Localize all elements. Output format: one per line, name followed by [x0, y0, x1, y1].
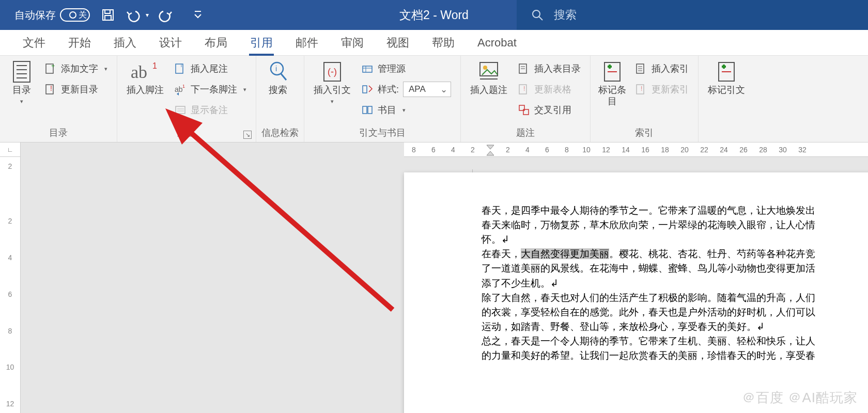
- insert-tof-button[interactable]: 插入表目录: [514, 59, 585, 78]
- paragraph[interactable]: 春天来临时，万物复苏，草木欣欣向荣，一片翠绿的花海映入眼帘，让人心情: [482, 218, 868, 232]
- tab-insert[interactable]: 插入: [102, 30, 148, 56]
- search-bar[interactable]: 搜索: [517, 0, 868, 30]
- paragraph[interactable]: 在春天，大自然变得更加美丽。樱花、桃花、杏花、牡丹、芍药等各种花卉竞: [482, 247, 868, 261]
- group-index-label: 索引: [596, 124, 693, 142]
- insert-footnote-label: 插入脚注: [127, 85, 164, 96]
- tab-layout[interactable]: 布局: [193, 30, 239, 56]
- paragraph[interactable]: 了一道道美丽的风景线。在花海中，蝴蝶、蜜蜂、鸟儿等小动物也变得更加活: [482, 261, 868, 276]
- paragraph[interactable]: 除了大自然，春天也对人们的生活产生了积极的影响。随着气温的升高，人们: [482, 291, 868, 305]
- insert-citation-label: 插入引文: [314, 85, 351, 96]
- update-toc-button[interactable]: ! 更新目录: [40, 80, 112, 99]
- tab-acrobat[interactable]: Acrobat: [466, 30, 528, 56]
- tab-design[interactable]: 设计: [148, 30, 193, 56]
- group-toc-label: 目录: [5, 124, 112, 142]
- svg-text:ab: ab: [131, 62, 147, 82]
- svg-text:!: !: [641, 85, 642, 92]
- document-page[interactable]: 春天，是四季中最令人期待的季节之一。它带来了温暖的气息，让大地焕发出 春天来临时…: [404, 172, 868, 413]
- ruler-tick: 6: [537, 146, 557, 154]
- svg-rect-32: [363, 106, 367, 114]
- add-text-label: 添加文字: [61, 62, 98, 75]
- vertical-ruler[interactable]: 2 2 4 6 8 10 12: [0, 157, 21, 413]
- bibliography-button[interactable]: 书目 ▾: [357, 100, 455, 120]
- tab-view[interactable]: 视图: [375, 30, 421, 56]
- qat-customize[interactable]: [190, 7, 206, 23]
- undo-icon: [126, 9, 142, 21]
- group-index: 标记条目 插入索引 ! 更新索引 索引: [591, 56, 699, 142]
- ruler-tick: 4: [8, 248, 12, 266]
- tab-help[interactable]: 帮助: [421, 30, 466, 56]
- footnotes-launcher[interactable]: ↘: [243, 131, 252, 139]
- paragraph[interactable]: 怀。↲: [482, 232, 868, 247]
- mark-citation-button[interactable]: 标记引文: [704, 59, 749, 98]
- cross-reference-button[interactable]: 交叉引用: [514, 100, 585, 120]
- next-footnote-button[interactable]: ab1 下一条脚注 ▾: [170, 80, 251, 99]
- search-button[interactable]: i 搜索: [261, 59, 295, 98]
- svg-rect-31: [363, 86, 367, 93]
- ruler-tick: 22: [694, 146, 714, 154]
- mark-entry-button[interactable]: 标记条目: [596, 59, 629, 109]
- show-notes-button[interactable]: 显示备注: [170, 100, 251, 120]
- indent-marker-icon[interactable]: [486, 143, 495, 156]
- svg-text:!: !: [50, 84, 52, 92]
- group-citations-label: 引文与书目: [309, 124, 455, 142]
- ruler-tick: 12: [596, 146, 616, 154]
- svg-rect-2: [105, 15, 111, 20]
- paragraph[interactable]: 总之，春天是一个令人期待的季节。它带来了生机、美丽、轻松和快乐，让人: [482, 334, 868, 348]
- svg-text:i: i: [181, 63, 182, 68]
- document-area[interactable]: 春天，是四季中最令人期待的季节之一。它带来了温暖的气息，让大地焕发出 春天来临时…: [21, 157, 868, 413]
- svg-rect-5: [13, 61, 30, 82]
- add-text-button[interactable]: + 添加文字 ▾: [40, 59, 112, 78]
- group-toa-label: [704, 126, 749, 142]
- save-button[interactable]: [100, 7, 116, 23]
- search-icon: [531, 9, 544, 21]
- update-table-button[interactable]: ! 更新表格: [514, 80, 585, 99]
- group-footnotes-label: 脚注: [122, 124, 251, 142]
- autosave-toggle[interactable]: 关: [60, 8, 90, 22]
- update-table-icon: !: [518, 83, 530, 96]
- dropdown-caret-icon[interactable]: ▾: [146, 11, 149, 19]
- ruler-tick: 20: [675, 146, 694, 154]
- customize-icon: [194, 10, 202, 20]
- toc-button[interactable]: 目录 ▾: [5, 59, 38, 107]
- ruler-tick: 6: [424, 146, 443, 154]
- mark-citation-icon: [716, 61, 737, 83]
- svg-text:i: i: [275, 65, 277, 73]
- ruler-tick: 24: [714, 146, 734, 154]
- paragraph[interactable]: 春天，是四季中最令人期待的季节之一。它带来了温暖的气息，让大地焕发出: [482, 203, 868, 218]
- update-index-button[interactable]: ! 更新索引: [631, 80, 693, 99]
- text-run: 在春天，: [482, 248, 521, 259]
- title-bar: 自动保存 关 ▾ 文档2 - Word 搜索: [0, 0, 868, 30]
- tab-file[interactable]: 文件: [11, 30, 57, 56]
- tab-mailings[interactable]: 邮件: [284, 30, 330, 56]
- style-selector[interactable]: 样式: APA ⌄: [357, 80, 455, 99]
- show-notes-icon: [174, 104, 187, 116]
- insert-index-button[interactable]: 插入索引: [631, 59, 693, 78]
- svg-text:(-): (-): [328, 67, 337, 77]
- style-value-dropdown[interactable]: APA ⌄: [403, 82, 451, 97]
- update-table-label: 更新表格: [534, 83, 571, 96]
- paragraph[interactable]: 添了不少生机。↲: [482, 276, 868, 291]
- manage-sources-button[interactable]: 管理源: [357, 59, 455, 78]
- svg-rect-40: [519, 85, 526, 94]
- update-index-icon: !: [635, 83, 647, 96]
- svg-rect-12: [46, 85, 53, 94]
- paragraph[interactable]: 的力量和美好的希望。让我们一起欣赏春天的美丽，珍惜春天的时光，享受春: [482, 348, 868, 363]
- tab-review[interactable]: 审阅: [330, 30, 375, 56]
- insert-footnote-button[interactable]: ab1 插入脚注: [122, 59, 168, 98]
- style-label: 样式:: [378, 83, 399, 96]
- tab-references[interactable]: 引用: [239, 30, 284, 56]
- undo-button[interactable]: [126, 7, 142, 23]
- horizontal-ruler[interactable]: 8 6 4 2 2 4 6 8 10 12 14 16 18 20 22 24 …: [404, 142, 868, 157]
- insert-caption-button[interactable]: 插入题注: [466, 59, 512, 98]
- insert-citation-button[interactable]: (-) 插入引文 ▾: [309, 59, 355, 107]
- redo-button[interactable]: [159, 7, 175, 23]
- paragraph[interactable]: 运动，如踏青、野餐、登山等，来放松身心，享受春天的美好。↲: [482, 320, 868, 334]
- insert-endnote-button[interactable]: i 插入尾注: [170, 59, 251, 78]
- tab-home[interactable]: 开始: [57, 30, 102, 56]
- paragraph[interactable]: 的衣裳，享受轻松自在的感觉。此外，春天也是户外活动的好时机，人们可以: [482, 305, 868, 320]
- magnifier-icon: i: [267, 61, 289, 83]
- ruler-tick: 4: [518, 146, 537, 154]
- group-research: i 搜索 信息检索: [256, 56, 304, 142]
- autosave-control[interactable]: 自动保存 关: [14, 8, 90, 22]
- selected-text[interactable]: 大自然变得更加美丽: [521, 248, 609, 259]
